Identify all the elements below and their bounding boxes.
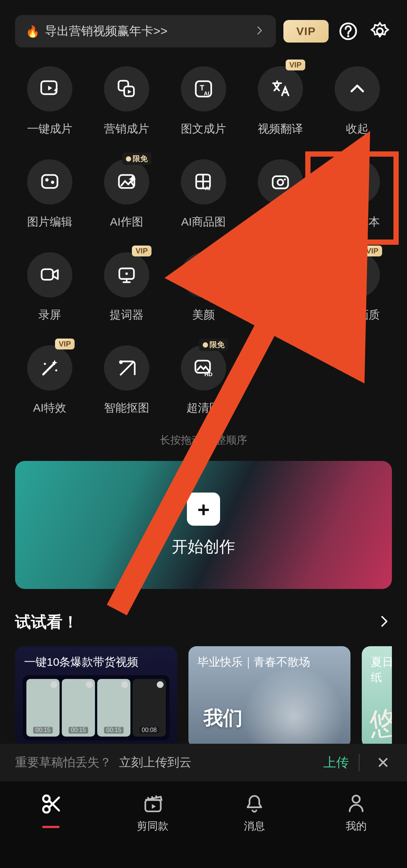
card-overlay: 我们 [204,705,243,731]
video-icon [27,252,72,297]
try-card[interactable]: 一键10条爆款带货视频 00:15 00:15 00:15 00:08 [15,646,177,748]
hd-img-icon: 限免 [181,345,226,391]
chevron-right-icon [254,25,265,38]
camera-icon [258,159,303,204]
tool-label: 提词器 [110,307,144,323]
try-chevron-icon[interactable] [377,614,392,630]
card-title: 夏日贴纸 [362,646,392,691]
reorder-hint: 长按拖动 调整顺序 [0,433,407,447]
tool-label: 拍 [275,307,286,323]
tool-play-flash[interactable]: 一键成片 [11,66,88,137]
nav-edit[interactable] [0,793,102,868]
nav-messages[interactable]: 消息 [204,793,305,868]
face-icon [181,252,226,297]
card-title: 毕业快乐｜青春不散场 [188,646,350,675]
script-icon [335,159,380,204]
tool-label: 视频翻译 [258,121,303,137]
card-overlay: 悠 [367,702,392,746]
cutout-icon [104,345,149,391]
tool-label: 收起 [346,121,369,137]
settings-gear-icon[interactable] [368,19,392,43]
tool-label: 拍摄 [269,214,292,230]
translate-icon: VIP [258,66,303,111]
copy-play-icon [104,66,149,111]
tool-face[interactable]: 美颜 [165,252,242,323]
tool-camera[interactable]: 拍摄 [242,159,319,230]
card-thumbs: 00:15 00:15 00:15 00:08 [23,675,170,740]
monitor-icon: VIP [104,252,149,297]
tool-translate[interactable]: VIP视频翻译 [242,66,319,137]
help-icon[interactable] [336,19,360,43]
start-create-banner[interactable]: + 开始创作 [15,461,392,589]
tool-label: 营销成片 [104,121,149,137]
chevron-up-icon [335,66,380,111]
text-ai-icon [181,66,226,111]
promo-bar[interactable]: 🔥 导出营销视频赢年卡>> [15,15,276,47]
tool-chevron-up[interactable]: 收起 [319,66,396,137]
vip-badge[interactable]: VIP [283,20,329,43]
upload-button[interactable]: 上传 [323,754,360,771]
promo-text: 导出营销视频赢年卡>> [45,23,254,40]
try-cards[interactable]: 一键10条爆款带货视频 00:15 00:15 00:15 00:08 毕业快乐… [15,646,392,748]
wand-icon: VIP [27,345,72,391]
vip-badge: VIP [286,59,305,70]
try-card[interactable]: 夏日贴纸 悠 [362,646,392,748]
nav-profile[interactable]: 我的 [305,793,407,868]
tool-monitor[interactable]: VIP提词器 [88,252,165,323]
start-create-label: 开始创作 [172,536,235,557]
tool-label: AI特效 [33,400,66,416]
tool-grid-ai[interactable]: AI商品图 [165,159,242,230]
tool-label: 录屏 [38,307,61,323]
tool-copy-play[interactable]: 营销成片 [88,66,165,137]
card-title: 一键10条爆款带货视频 [15,646,177,675]
vip-badge: VIP [55,339,75,349]
try-title: 试试看！ [15,612,78,633]
tool-label: 创作脚本 [335,214,380,230]
draft-upload-bar: 重要草稿怕丢失？ 立刻上传到云 上传 ✕ [0,744,407,781]
image-ai-icon: 限免 [104,159,149,204]
tool-robot[interactable]: 拍 [242,252,319,323]
tool-label: 图片编辑 [27,214,72,230]
tools-grid: 一键成片营销成片图文成片VIP视频翻译收起图片编辑限免AI作图AI商品图拍摄创作… [0,59,407,420]
tool-hd-img[interactable]: 限免超清图 [165,345,242,416]
close-icon[interactable]: ✕ [374,754,392,772]
tool-label: 美颜 [192,307,215,323]
vip-badge: VIP [363,246,382,256]
tool-label: AI作图 [110,214,143,230]
tool-video[interactable]: 录屏 [11,252,88,323]
hd-icon: VIP [335,252,380,297]
plus-icon: + [187,493,220,526]
flame-icon: 🔥 [26,25,40,38]
try-card[interactable]: 毕业快乐｜青春不散场 我们 [188,646,350,748]
draft-question: 重要草稿怕丢失？ [15,754,112,771]
draft-hint: 立刻上传到云 [119,754,191,771]
tool-cutout[interactable]: 智能抠图 [88,345,165,416]
notification-dot [222,251,228,256]
vip-badge: VIP [132,246,151,256]
image-edit-icon [27,159,72,204]
limited-badge: 限免 [122,153,151,165]
tool-image-edit[interactable]: 图片编辑 [11,159,88,230]
tool-label: 超清画质 [335,307,380,323]
tool-hd[interactable]: VIP超清画质 [319,252,396,323]
tool-label: 智能抠图 [104,400,149,416]
limited-badge: 限免 [199,339,228,351]
nav-templates[interactable]: 剪同款 [102,793,204,868]
bottom-nav: 剪同款 消息 我的 [0,781,407,868]
tool-label: 图文成片 [181,121,226,137]
tool-image-ai[interactable]: 限免AI作图 [88,159,165,230]
tool-label: 超清图 [187,400,220,416]
play-flash-icon [27,66,72,111]
tool-wand[interactable]: VIPAI特效 [11,345,88,416]
grid-ai-icon [181,159,226,204]
tool-label: 一键成片 [27,121,72,137]
tool-script[interactable]: 创作脚本 [319,159,396,230]
tool-text-ai[interactable]: 图文成片 [165,66,242,137]
tool-label: AI商品图 [181,214,226,230]
robot-icon [258,252,303,297]
